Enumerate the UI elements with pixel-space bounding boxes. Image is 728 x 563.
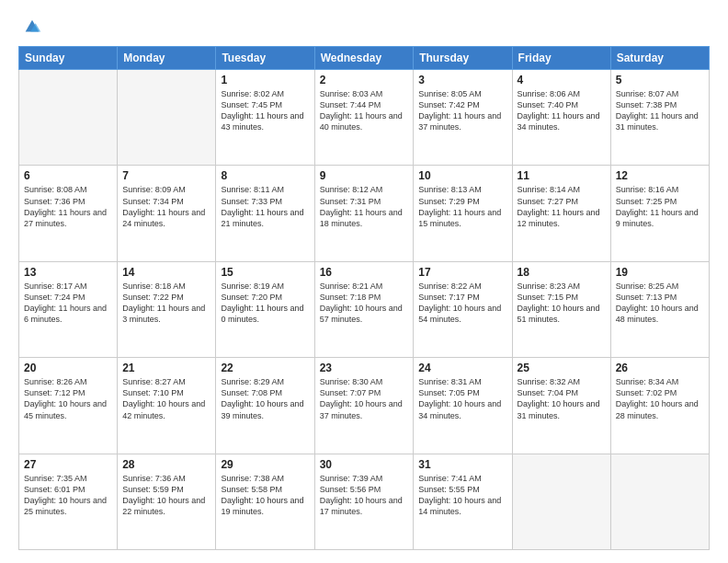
calendar: SundayMondayTuesdayWednesdayThursdayFrid… — [18, 46, 710, 550]
week-row-1: 1Sunrise: 8:02 AMSunset: 7:45 PMDaylight… — [19, 70, 710, 166]
week-row-2: 6Sunrise: 8:08 AMSunset: 7:36 PMDaylight… — [19, 166, 710, 261]
day-cell: 17Sunrise: 8:22 AMSunset: 7:17 PMDayligh… — [414, 261, 512, 357]
day-cell — [118, 70, 216, 166]
weekday-header-sunday: Sunday — [19, 47, 118, 70]
day-info: Sunrise: 8:13 AMSunset: 7:29 PMDaylight:… — [418, 184, 506, 229]
day-cell: 27Sunrise: 7:35 AMSunset: 6:01 PMDayligh… — [19, 454, 118, 549]
day-info: Sunrise: 8:05 AMSunset: 7:42 PMDaylight:… — [418, 88, 506, 133]
day-info: Sunrise: 8:26 AMSunset: 7:12 PMDaylight:… — [24, 376, 112, 421]
day-number: 31 — [418, 458, 506, 471]
weekday-header-row: SundayMondayTuesdayWednesdayThursdayFrid… — [19, 47, 710, 70]
day-number: 13 — [24, 266, 112, 279]
day-number: 28 — [122, 458, 210, 471]
day-number: 29 — [221, 458, 309, 471]
day-cell: 1Sunrise: 8:02 AMSunset: 7:45 PMDaylight… — [216, 70, 314, 166]
day-number: 23 — [320, 362, 409, 374]
weekday-header-thursday: Thursday — [414, 47, 512, 70]
day-cell: 31Sunrise: 7:41 AMSunset: 5:55 PMDayligh… — [414, 454, 512, 549]
day-number: 20 — [24, 362, 112, 374]
day-info: Sunrise: 8:09 AMSunset: 7:34 PMDaylight:… — [122, 184, 210, 229]
day-cell: 5Sunrise: 8:07 AMSunset: 7:38 PMDaylight… — [610, 70, 709, 166]
day-cell: 30Sunrise: 7:39 AMSunset: 5:56 PMDayligh… — [314, 454, 414, 549]
weekday-header-monday: Monday — [118, 47, 216, 70]
day-cell: 19Sunrise: 8:25 AMSunset: 7:13 PMDayligh… — [610, 261, 709, 357]
day-number: 27 — [24, 458, 112, 471]
day-number: 12 — [616, 169, 704, 182]
day-number: 21 — [122, 362, 210, 374]
day-info: Sunrise: 8:25 AMSunset: 7:13 PMDaylight:… — [616, 281, 704, 326]
day-info: Sunrise: 8:21 AMSunset: 7:18 PMDaylight:… — [320, 281, 409, 326]
day-cell: 7Sunrise: 8:09 AMSunset: 7:34 PMDaylight… — [118, 166, 216, 261]
day-cell: 3Sunrise: 8:05 AMSunset: 7:42 PMDaylight… — [414, 70, 512, 166]
day-cell: 4Sunrise: 8:06 AMSunset: 7:40 PMDaylight… — [512, 70, 610, 166]
day-cell — [610, 454, 709, 549]
day-cell: 6Sunrise: 8:08 AMSunset: 7:36 PMDaylight… — [19, 166, 118, 261]
day-number: 30 — [320, 458, 409, 471]
weekday-header-tuesday: Tuesday — [216, 47, 314, 70]
day-info: Sunrise: 8:22 AMSunset: 7:17 PMDaylight:… — [418, 281, 506, 326]
day-info: Sunrise: 7:36 AMSunset: 5:59 PMDaylight:… — [122, 473, 210, 518]
logo-icon — [22, 17, 42, 37]
day-info: Sunrise: 8:32 AMSunset: 7:04 PMDaylight:… — [518, 376, 606, 421]
day-cell: 24Sunrise: 8:31 AMSunset: 7:05 PMDayligh… — [414, 358, 512, 454]
day-number: 19 — [616, 266, 704, 279]
day-cell: 28Sunrise: 7:36 AMSunset: 5:59 PMDayligh… — [118, 454, 216, 549]
page: SundayMondayTuesdayWednesdayThursdayFrid… — [0, 0, 728, 563]
day-number: 25 — [518, 362, 606, 374]
day-number: 14 — [122, 266, 210, 279]
day-cell: 10Sunrise: 8:13 AMSunset: 7:29 PMDayligh… — [414, 166, 512, 261]
day-info: Sunrise: 8:27 AMSunset: 7:10 PMDaylight:… — [122, 376, 210, 421]
day-info: Sunrise: 8:14 AMSunset: 7:27 PMDaylight:… — [518, 184, 606, 229]
day-cell — [512, 454, 610, 549]
day-cell: 22Sunrise: 8:29 AMSunset: 7:08 PMDayligh… — [216, 358, 314, 454]
weekday-header-saturday: Saturday — [610, 47, 709, 70]
day-number: 16 — [320, 266, 409, 279]
week-row-5: 27Sunrise: 7:35 AMSunset: 6:01 PMDayligh… — [19, 454, 710, 549]
day-cell: 20Sunrise: 8:26 AMSunset: 7:12 PMDayligh… — [19, 358, 118, 454]
day-info: Sunrise: 8:16 AMSunset: 7:25 PMDaylight:… — [616, 184, 704, 229]
day-cell: 29Sunrise: 7:38 AMSunset: 5:58 PMDayligh… — [216, 454, 314, 549]
day-number: 3 — [418, 74, 506, 86]
day-info: Sunrise: 8:30 AMSunset: 7:07 PMDaylight:… — [320, 376, 409, 421]
day-cell: 8Sunrise: 8:11 AMSunset: 7:33 PMDaylight… — [216, 166, 314, 261]
day-info: Sunrise: 7:41 AMSunset: 5:55 PMDaylight:… — [418, 473, 506, 518]
logo — [18, 17, 42, 37]
day-info: Sunrise: 8:18 AMSunset: 7:22 PMDaylight:… — [122, 281, 210, 326]
day-number: 11 — [518, 169, 606, 182]
day-cell: 16Sunrise: 8:21 AMSunset: 7:18 PMDayligh… — [314, 261, 414, 357]
day-info: Sunrise: 8:23 AMSunset: 7:15 PMDaylight:… — [518, 281, 606, 326]
day-cell: 18Sunrise: 8:23 AMSunset: 7:15 PMDayligh… — [512, 261, 610, 357]
day-number: 9 — [320, 169, 409, 182]
weekday-header-friday: Friday — [512, 47, 610, 70]
day-number: 7 — [122, 169, 210, 182]
day-number: 18 — [518, 266, 606, 279]
day-info: Sunrise: 8:29 AMSunset: 7:08 PMDaylight:… — [221, 376, 309, 421]
day-number: 22 — [221, 362, 309, 374]
day-number: 6 — [24, 169, 112, 182]
day-cell: 25Sunrise: 8:32 AMSunset: 7:04 PMDayligh… — [512, 358, 610, 454]
day-cell: 26Sunrise: 8:34 AMSunset: 7:02 PMDayligh… — [610, 358, 709, 454]
day-info: Sunrise: 8:06 AMSunset: 7:40 PMDaylight:… — [518, 88, 606, 133]
day-info: Sunrise: 8:08 AMSunset: 7:36 PMDaylight:… — [24, 184, 112, 229]
day-number: 8 — [221, 169, 309, 182]
day-info: Sunrise: 8:03 AMSunset: 7:44 PMDaylight:… — [320, 88, 409, 133]
day-cell: 11Sunrise: 8:14 AMSunset: 7:27 PMDayligh… — [512, 166, 610, 261]
week-row-4: 20Sunrise: 8:26 AMSunset: 7:12 PMDayligh… — [19, 358, 710, 454]
day-cell — [19, 70, 118, 166]
day-number: 4 — [518, 74, 606, 86]
day-info: Sunrise: 8:19 AMSunset: 7:20 PMDaylight:… — [221, 281, 309, 326]
day-number: 2 — [320, 74, 409, 86]
day-info: Sunrise: 8:07 AMSunset: 7:38 PMDaylight:… — [616, 88, 704, 133]
day-info: Sunrise: 8:12 AMSunset: 7:31 PMDaylight:… — [320, 184, 409, 229]
day-number: 17 — [418, 266, 506, 279]
day-cell: 9Sunrise: 8:12 AMSunset: 7:31 PMDaylight… — [314, 166, 414, 261]
header — [18, 17, 710, 37]
day-cell: 13Sunrise: 8:17 AMSunset: 7:24 PMDayligh… — [19, 261, 118, 357]
day-number: 5 — [616, 74, 704, 86]
day-info: Sunrise: 8:17 AMSunset: 7:24 PMDaylight:… — [24, 281, 112, 326]
day-cell: 12Sunrise: 8:16 AMSunset: 7:25 PMDayligh… — [610, 166, 709, 261]
day-cell: 21Sunrise: 8:27 AMSunset: 7:10 PMDayligh… — [118, 358, 216, 454]
day-number: 24 — [418, 362, 506, 374]
week-row-3: 13Sunrise: 8:17 AMSunset: 7:24 PMDayligh… — [19, 261, 710, 357]
day-number: 26 — [616, 362, 704, 374]
